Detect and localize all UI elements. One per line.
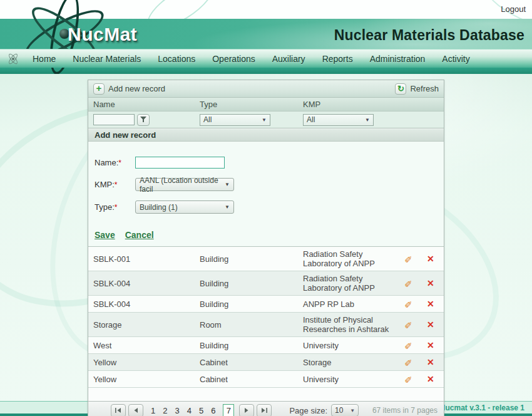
table-spacer	[88, 388, 444, 401]
cell-kmp: Storage	[303, 358, 404, 367]
cell-name: West	[93, 341, 200, 350]
page-number[interactable]: 1	[151, 406, 155, 415]
form-section-title: Add new record	[88, 128, 444, 142]
cell-name: Yellow	[93, 358, 200, 367]
delete-icon[interactable]: ✕	[427, 278, 434, 288]
nav-item-reports[interactable]: Reports	[322, 54, 353, 64]
cell-kmp: University	[303, 375, 404, 384]
logout-link[interactable]: Logout	[501, 4, 526, 14]
refresh-button[interactable]: ↻ Refresh	[395, 83, 439, 95]
table-row: West Building University ✎ ✕	[88, 337, 444, 354]
edit-icon[interactable]: ✎	[404, 298, 412, 309]
type-field-label: Type:*	[95, 202, 135, 212]
nav-item-locations[interactable]: Locations	[158, 54, 195, 64]
cell-kmp: ANPP RP Lab	[303, 299, 404, 309]
items-summary: 67 items in 7 pages	[359, 406, 444, 415]
filter-funnel-button[interactable]	[137, 114, 150, 126]
kmp-filter-select[interactable]: All ▼	[303, 114, 374, 126]
name-filter-input[interactable]	[93, 114, 135, 125]
page-number[interactable]: 3	[175, 406, 179, 415]
page-size-select[interactable]: 10 ▼	[331, 404, 359, 416]
add-new-record-button[interactable]: + Add new record	[93, 83, 165, 95]
edit-icon[interactable]: ✎	[404, 319, 412, 330]
atom-small-icon	[6, 52, 20, 66]
delete-icon[interactable]: ✕	[427, 299, 434, 309]
first-page-button[interactable]	[111, 404, 126, 416]
app-title: Nuclear Materials Database	[334, 27, 524, 44]
cell-type: Building	[200, 299, 303, 309]
top-bar: Logout	[0, 0, 532, 19]
delete-icon[interactable]: ✕	[427, 340, 434, 350]
edit-icon[interactable]: ✎	[404, 373, 412, 385]
brand-title: NucMat	[68, 24, 137, 45]
nav-item-auxiliary[interactable]: Auxiliary	[272, 54, 305, 64]
next-page-button[interactable]	[239, 404, 254, 416]
next-page-icon	[244, 408, 249, 413]
table-row: Yellow Cabinet Storage ✎ ✕	[88, 354, 444, 371]
plus-icon: +	[93, 83, 105, 95]
name-field[interactable]	[135, 157, 225, 169]
chevron-down-icon: ▼	[225, 182, 230, 187]
type-field-value: Building (1)	[140, 203, 178, 212]
cell-name: SBLK-001	[93, 254, 200, 264]
cell-name: SBLK-004	[93, 279, 200, 288]
page-number[interactable]: 4	[187, 406, 192, 415]
chevron-down-icon: ▼	[365, 117, 370, 123]
cell-name: Storage	[93, 320, 200, 330]
save-button[interactable]: Save	[95, 230, 115, 240]
cell-type: Cabinet	[200, 375, 303, 384]
nav-item-nuclear-materials[interactable]: Nuclear Materials	[73, 54, 141, 64]
edit-icon[interactable]: ✎	[404, 340, 412, 351]
table-row: SBLK-004 Building ANPP RP Lab ✎ ✕	[88, 296, 444, 313]
page-number[interactable]: 2	[163, 406, 167, 415]
current-page-indicator[interactable]: 7	[223, 404, 234, 416]
funnel-icon	[140, 117, 146, 123]
edit-icon[interactable]: ✎	[404, 278, 412, 289]
page-number[interactable]: 5	[199, 406, 203, 415]
column-header-type: Type	[200, 100, 303, 109]
cancel-button[interactable]: Cancel	[125, 230, 154, 240]
type-filter-select[interactable]: All ▼	[200, 114, 270, 126]
cell-type: Cabinet	[200, 358, 303, 367]
chevron-down-icon: ▼	[262, 117, 267, 123]
table-row: Yellow Cabinet University ✎ ✕	[88, 371, 444, 388]
delete-icon[interactable]: ✕	[427, 357, 434, 367]
delete-icon[interactable]: ✕	[427, 320, 434, 330]
name-field-label: Name:*	[95, 158, 135, 167]
cell-name: SBLK-004	[93, 299, 200, 309]
cell-kmp: Radiation Safety Laboratory of ANPP	[303, 249, 404, 268]
refresh-label: Refresh	[410, 84, 439, 93]
cell-type: Building	[200, 279, 303, 288]
table-row: SBLK-001 Building Radiation Safety Labor…	[88, 247, 444, 271]
type-field-select[interactable]: Building (1) ▼	[135, 200, 234, 214]
edit-icon[interactable]: ✎	[404, 356, 412, 368]
edit-icon[interactable]: ✎	[404, 253, 412, 264]
page-size-label: Page size:	[289, 406, 327, 415]
first-page-icon	[115, 408, 121, 413]
page: Logout NucMat Nuclear Materials Database…	[0, 0, 532, 416]
prev-page-button[interactable]	[128, 404, 143, 416]
cell-type: Building	[200, 254, 303, 264]
column-header-name: Name	[93, 100, 200, 109]
last-page-button[interactable]	[257, 404, 272, 416]
delete-icon[interactable]: ✕	[427, 374, 434, 384]
cell-kmp: University	[303, 341, 404, 350]
kmp-field-select[interactable]: AANL (Location outside facil ▼	[135, 178, 234, 191]
nav-item-home[interactable]: Home	[33, 54, 56, 64]
panel-toolbar: + Add new record ↻ Refresh	[88, 80, 444, 98]
nav-item-activity[interactable]: Activity	[442, 54, 469, 64]
table-row: Storage Room Institute of Physical Resea…	[88, 313, 444, 337]
page-number[interactable]: 6	[211, 406, 215, 415]
nav-item-administration[interactable]: Administration	[370, 54, 426, 64]
refresh-icon: ↻	[395, 83, 406, 95]
brand-band: NucMat Nuclear Materials Database	[0, 19, 532, 49]
cell-kmp: Radiation Safety Laboratory of ANPP	[303, 274, 404, 293]
add-new-record-label: Add new record	[108, 84, 165, 93]
cell-type: Building	[200, 341, 303, 350]
add-record-form: Name:* KMP:* AANL (Location outside faci…	[88, 142, 444, 247]
filter-row: All ▼ All ▼	[88, 112, 444, 128]
nav-item-operations[interactable]: Operations	[212, 54, 255, 64]
chevron-down-icon: ▼	[350, 408, 355, 413]
delete-icon[interactable]: ✕	[427, 254, 434, 264]
kmp-field-label: KMP:*	[95, 180, 135, 189]
